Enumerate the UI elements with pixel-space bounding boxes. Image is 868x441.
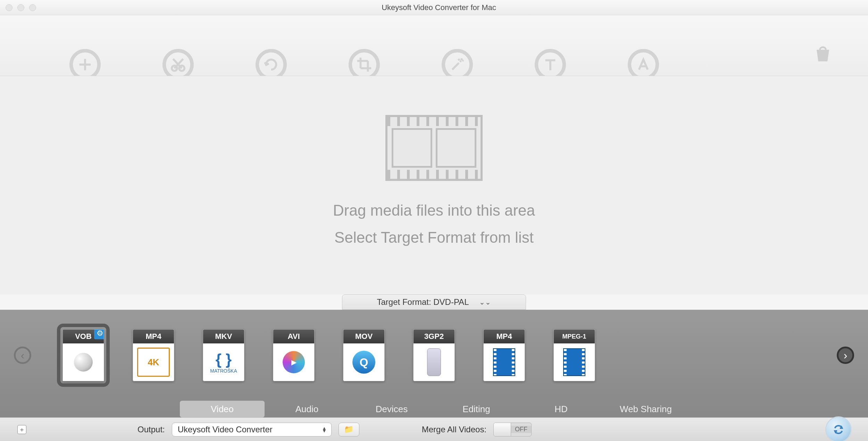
chevron-down-icon: ⌄⌄ xyxy=(479,298,491,306)
refresh-icon xyxy=(832,423,845,436)
tab-websharing[interactable]: Web Sharing xyxy=(603,401,688,417)
app-window: Ukeysoft Video Converter for Mac Drag me… xyxy=(0,0,868,441)
window-title: Ukeysoft Video Converter for Mac xyxy=(36,3,842,12)
merge-toggle[interactable]: OFF xyxy=(493,423,532,436)
format-code: 3GP2 xyxy=(414,330,454,343)
format-item-mp4[interactable]: MP4 xyxy=(483,329,525,381)
target-format-dropdown[interactable]: Target Format: DVD-PAL ⌄⌄ xyxy=(342,294,526,310)
tab-video[interactable]: Video xyxy=(180,401,265,417)
zoom-window-button[interactable] xyxy=(29,4,36,11)
toolbar-icons xyxy=(69,30,659,61)
tab-editing[interactable]: Editing xyxy=(434,401,519,417)
tab-audio[interactable]: Audio xyxy=(265,401,349,417)
format-scroll-left[interactable]: ‹ xyxy=(14,347,31,364)
svg-line-13 xyxy=(462,60,464,61)
traffic-lights xyxy=(6,4,36,11)
drop-hint-2: Select Target Format from list xyxy=(334,229,534,246)
svg-line-14 xyxy=(458,59,460,60)
text-icon[interactable] xyxy=(535,49,566,76)
font-icon[interactable] xyxy=(628,49,659,76)
titlebar: Ukeysoft Video Converter for Mac xyxy=(0,0,868,15)
toggle-state: OFF xyxy=(511,426,531,433)
format-body xyxy=(484,343,525,381)
drop-hint-1: Drag media files into this area xyxy=(333,202,535,219)
format-item-mkv[interactable]: MKV { }MATROŠKA xyxy=(203,329,244,381)
format-code: AVI xyxy=(273,330,314,343)
format-body: Q xyxy=(343,343,384,381)
target-format-label: Target Format: DVD-PAL xyxy=(377,297,469,307)
format-code: MP4 xyxy=(484,330,525,343)
effect-icon[interactable] xyxy=(442,49,473,76)
tab-devices[interactable]: Devices xyxy=(349,401,434,417)
category-tabs: Video Audio Devices Editing HD Web Shari… xyxy=(0,401,868,417)
format-body xyxy=(63,343,104,381)
toggle-knob xyxy=(494,423,511,436)
output-path-value: Ukeysoft Video Converter xyxy=(178,425,273,434)
crop-icon[interactable] xyxy=(349,49,380,76)
svg-point-11 xyxy=(460,60,462,63)
format-items: ⚙ VOB MP4 4K MKV { }MATROŠKA AVI ▶ xyxy=(62,329,595,381)
rotate-icon[interactable] xyxy=(256,49,287,76)
tab-hd[interactable]: HD xyxy=(519,401,603,417)
minimize-window-button[interactable] xyxy=(17,4,24,11)
drop-area[interactable]: Drag media files into this area Select T… xyxy=(0,76,868,294)
bottom-bar: ＋ Output: Ukeysoft Video Converter ▴▾ 📁 … xyxy=(0,417,868,441)
format-item-avi[interactable]: AVI ▶ xyxy=(273,329,315,381)
open-folder-button[interactable]: 📁 xyxy=(339,423,359,436)
add-icon[interactable] xyxy=(69,49,101,76)
format-body: ▶ xyxy=(273,343,314,381)
format-body: 4K xyxy=(137,348,170,377)
convert-button[interactable] xyxy=(826,417,851,441)
main-toolbar xyxy=(0,15,868,76)
format-code: MPEG-1 xyxy=(554,330,595,343)
format-item-vob[interactable]: ⚙ VOB xyxy=(62,329,104,381)
format-body: { }MATROŠKA xyxy=(203,343,244,381)
folder-icon: 📁 xyxy=(344,425,353,434)
format-code: MKV xyxy=(203,330,244,343)
format-body xyxy=(554,343,595,381)
format-scroll-right[interactable]: › xyxy=(837,347,854,364)
updown-icon: ▴▾ xyxy=(323,427,326,432)
cut-icon[interactable] xyxy=(162,49,194,76)
shop-icon[interactable] xyxy=(812,43,833,65)
format-item-mov[interactable]: MOV Q xyxy=(343,329,385,381)
gear-icon[interactable]: ⚙ xyxy=(94,329,104,339)
format-row: ‹ ⚙ VOB MP4 4K MKV { }MATROŠKA AVI xyxy=(0,310,868,401)
close-window-button[interactable] xyxy=(6,4,12,11)
output-path-select[interactable]: Ukeysoft Video Converter ▴▾ xyxy=(172,423,332,436)
format-item-mpeg1[interactable]: MPEG-1 xyxy=(553,329,595,381)
format-body xyxy=(414,343,454,381)
format-code: MP4 xyxy=(133,330,174,343)
svg-line-10 xyxy=(452,63,459,69)
film-icon xyxy=(385,115,483,181)
merge-label: Merge All Videos: xyxy=(422,425,486,434)
format-item-mp4-4k[interactable]: MP4 4K xyxy=(133,329,174,381)
format-panel: ‹ ⚙ VOB MP4 4K MKV { }MATROŠKA AVI xyxy=(0,310,868,417)
format-code: MOV xyxy=(343,330,384,343)
output-label: Output: xyxy=(137,425,165,434)
format-item-3gp2[interactable]: 3GP2 xyxy=(413,329,455,381)
add-small-button[interactable]: ＋ xyxy=(17,425,26,434)
